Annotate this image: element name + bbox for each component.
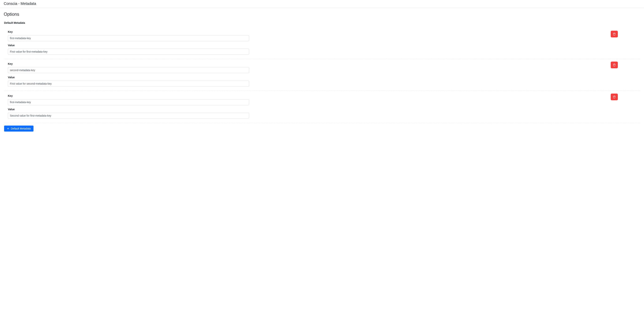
group-label: Default Metadata	[4, 21, 640, 24]
add-metadata-button[interactable]: Default Metadata	[4, 126, 34, 132]
key-label: Key	[8, 30, 640, 33]
metadata-entry: Key Value	[4, 91, 640, 123]
key-input[interactable]	[8, 67, 249, 73]
metadata-entry: Key Value	[4, 28, 640, 59]
page-title: Options	[4, 12, 640, 17]
trash-icon	[613, 64, 616, 67]
add-button-label: Default Metadata	[11, 127, 31, 130]
key-label: Key	[8, 94, 640, 97]
value-label: Value	[8, 44, 640, 47]
delete-entry-button[interactable]	[611, 94, 618, 100]
value-label: Value	[8, 108, 640, 111]
trash-icon	[613, 95, 616, 98]
trash-icon	[613, 33, 616, 36]
key-input[interactable]	[8, 35, 249, 41]
page-header: Conscia - Metadata	[0, 0, 644, 8]
metadata-entries: Key Value Key Value	[4, 28, 640, 123]
value-input[interactable]	[8, 49, 249, 55]
value-label: Value	[8, 76, 640, 79]
value-input[interactable]	[8, 81, 249, 87]
metadata-entry: Key Value	[4, 59, 640, 91]
value-input[interactable]	[8, 113, 249, 119]
delete-entry-button[interactable]	[611, 31, 618, 38]
plus-icon	[7, 127, 9, 130]
key-input[interactable]	[8, 99, 249, 105]
key-label: Key	[8, 62, 640, 65]
header-title: Conscia - Metadata	[4, 2, 640, 6]
content-area: Options Default Metadata Key Value	[0, 8, 644, 135]
delete-entry-button[interactable]	[611, 62, 618, 68]
